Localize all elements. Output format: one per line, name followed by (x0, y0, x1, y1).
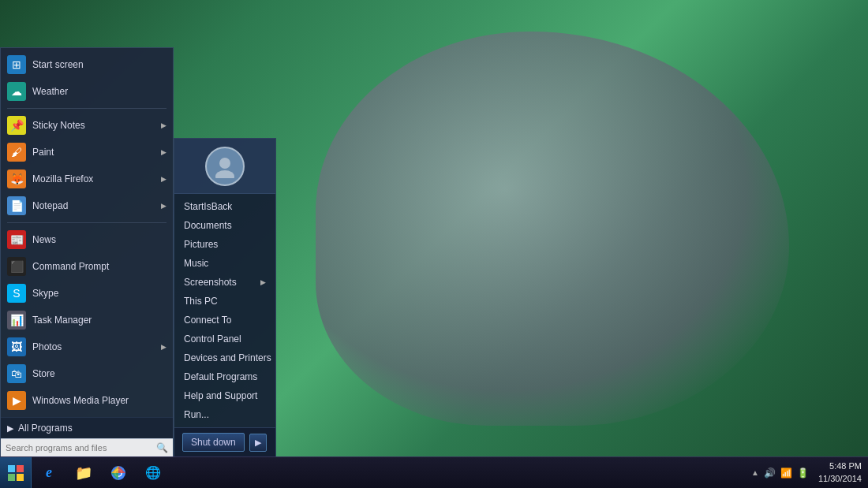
menu-item-icon-store: 🛍 (7, 364, 26, 383)
menu-item-news[interactable]: 📰News (1, 226, 173, 253)
menu-item-label-skype: Skype (32, 288, 166, 299)
right-panel-items: StartIsBackDocumentsPicturesMusicScreens… (174, 194, 275, 427)
menu-item-arrow-sticky-notes: ▶ (161, 121, 166, 129)
menu-item-firefox[interactable]: 🦊Mozilla Firefox▶ (1, 166, 173, 192)
right-item-screenshots[interactable]: Screenshots (174, 273, 275, 292)
system-tray-icons: ▲ 🔊 📶 🔋 (751, 468, 809, 479)
all-programs-row[interactable]: ▶ All Programs (1, 417, 173, 438)
right-item-help-support[interactable]: Help and Support (174, 386, 275, 405)
menu-item-weather[interactable]: ☁Weather (1, 78, 173, 105)
menu-item-paint[interactable]: 🖌Paint▶ (1, 139, 173, 166)
tray-volume-icon[interactable]: 🔊 (764, 468, 776, 479)
menu-item-start-screen[interactable]: ⊞Start screen (1, 51, 173, 78)
all-programs-arrow-icon: ▶ (7, 423, 13, 434)
menu-separator (7, 222, 166, 223)
taskbar: e 📁 🌐 ▲ 🔊 📶 🔋 5:48 PM 11/30/2014 (0, 456, 868, 488)
menu-item-label-sticky-notes: Sticky Notes (32, 120, 155, 131)
menu-item-icon-media-player: ▶ (7, 391, 26, 410)
menu-item-icon-paint: 🖌 (7, 143, 26, 162)
menu-item-icon-task-manager: 📊 (7, 311, 26, 330)
menu-item-icon-sticky-notes: 📌 (7, 116, 26, 135)
right-item-default-programs[interactable]: Default Programs (174, 367, 275, 386)
menu-item-media-player[interactable]: ▶Windows Media Player (1, 387, 173, 414)
all-programs-label: All Programs (18, 423, 73, 434)
menu-item-label-news: News (32, 234, 166, 245)
taskbar-ie[interactable]: e (32, 457, 66, 489)
tray-battery-icon[interactable]: 🔋 (797, 468, 809, 479)
right-item-devices-printers[interactable]: Devices and Printers (174, 348, 275, 367)
shutdown-button[interactable]: Shut down (182, 433, 245, 452)
menu-item-arrow-paint: ▶ (161, 148, 166, 156)
menu-item-arrow-firefox: ▶ (161, 175, 166, 183)
clock-time: 5:48 PM (829, 460, 862, 472)
start-button[interactable] (0, 457, 32, 489)
right-item-startisback[interactable]: StartIsBack (174, 197, 275, 216)
menu-item-label-cmd: Command Prompt (32, 261, 166, 272)
menu-item-arrow-notepad: ▶ (161, 202, 166, 210)
taskbar-right: ▲ 🔊 📶 🔋 5:48 PM 11/30/2014 (751, 460, 868, 485)
shutdown-arrow-button[interactable]: ▶ (249, 434, 267, 452)
taskbar-explorer[interactable]: 📁 (66, 457, 101, 489)
user-avatar (205, 147, 245, 186)
menu-item-label-weather: Weather (32, 86, 166, 97)
right-item-this-pc[interactable]: This PC (174, 292, 275, 311)
start-menu-right-panel: StartIsBackDocumentsPicturesMusicScreens… (174, 138, 276, 456)
right-item-pictures[interactable]: Pictures (174, 235, 275, 254)
menu-item-icon-weather: ☁ (7, 82, 26, 101)
svg-rect-2 (8, 465, 15, 472)
menu-item-sticky-notes[interactable]: 📌Sticky Notes▶ (1, 112, 173, 139)
menu-items-list: ⊞Start screen☁Weather📌Sticky Notes▶🖌Pain… (1, 48, 173, 417)
clock[interactable]: 5:48 PM 11/30/2014 (818, 460, 862, 485)
menu-item-icon-firefox: 🦊 (7, 169, 26, 188)
right-item-control-panel[interactable]: Control Panel (174, 330, 275, 348)
right-item-run[interactable]: Run... (174, 405, 275, 424)
tray-arrow-icon[interactable]: ▲ (751, 468, 759, 477)
menu-item-label-firefox: Mozilla Firefox (32, 173, 155, 184)
menu-item-icon-news: 📰 (7, 230, 26, 249)
menu-item-label-paint: Paint (32, 147, 155, 158)
taskbar-network[interactable]: 🌐 (136, 457, 170, 489)
menu-item-arrow-photos: ▶ (161, 343, 166, 351)
search-icon[interactable]: 🔍 (156, 442, 168, 453)
taskbar-chrome[interactable] (101, 457, 136, 489)
menu-separator (7, 108, 166, 109)
menu-item-cmd[interactable]: ⬛Command Prompt (1, 253, 173, 280)
right-item-music[interactable]: Music (174, 254, 275, 273)
menu-item-icon-notepad: 📄 (7, 196, 26, 215)
taskbar-apps: e 📁 🌐 (32, 457, 170, 488)
search-input[interactable] (6, 443, 153, 453)
svg-point-1 (215, 170, 234, 178)
menu-item-label-notepad: Notepad (32, 200, 155, 211)
shutdown-area: Shut down ▶ (174, 427, 275, 456)
menu-item-notepad[interactable]: 📄Notepad▶ (1, 192, 173, 219)
svg-point-0 (219, 158, 230, 169)
menu-item-skype[interactable]: SSkype (1, 280, 173, 307)
svg-rect-5 (17, 474, 24, 481)
tray-network-icon[interactable]: 📶 (780, 468, 792, 479)
menu-item-icon-cmd: ⬛ (7, 257, 26, 276)
right-item-connect-to[interactable]: Connect To (174, 311, 275, 330)
svg-rect-4 (8, 474, 15, 481)
menu-item-store[interactable]: 🛍Store (1, 360, 173, 387)
start-menu: ⊞Start screen☁Weather📌Sticky Notes▶🖌Pain… (0, 47, 174, 456)
menu-item-label-media-player: Windows Media Player (32, 395, 166, 406)
search-bar: 🔍 (1, 438, 173, 456)
menu-item-task-manager[interactable]: 📊Task Manager (1, 307, 173, 333)
user-avatar-area (174, 139, 275, 194)
menu-item-icon-start-screen: ⊞ (7, 55, 26, 74)
menu-item-icon-skype: S (7, 284, 26, 303)
menu-item-label-photos: Photos (32, 341, 155, 352)
clock-date: 11/30/2014 (818, 473, 862, 485)
menu-item-icon-photos: 🖼 (7, 337, 26, 356)
svg-rect-3 (17, 465, 24, 472)
right-item-documents[interactable]: Documents (174, 216, 275, 235)
menu-item-label-store: Store (32, 368, 166, 379)
menu-item-label-task-manager: Task Manager (32, 315, 166, 326)
menu-item-label-start-screen: Start screen (32, 59, 166, 70)
menu-item-photos[interactable]: 🖼Photos▶ (1, 333, 173, 360)
